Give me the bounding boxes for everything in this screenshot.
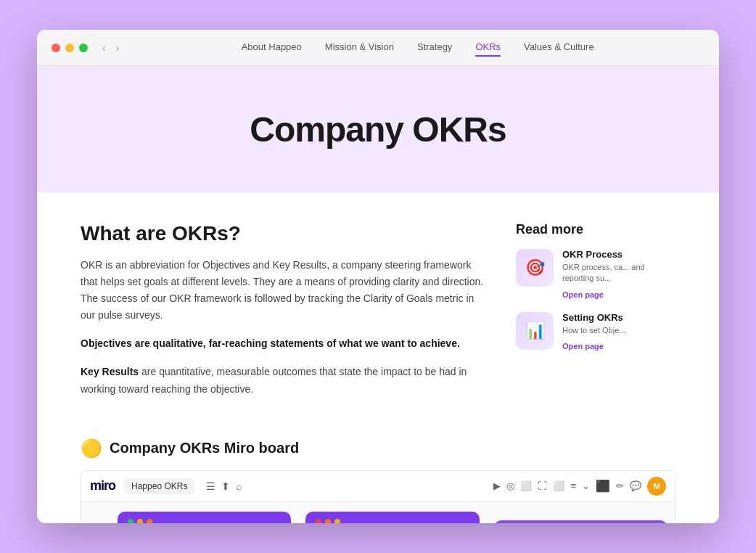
miro-fullscreen-icon[interactable]: ⛶ — [538, 480, 547, 491]
miro-user-avatar: M — [647, 477, 666, 496]
setting-okrs-icon: 📊 — [516, 312, 554, 350]
okr-process-description: OKR process, ca... and reporting su... — [562, 262, 675, 284]
nav-values[interactable]: Values & Culture — [524, 38, 594, 57]
miro-export-icon[interactable]: ⬆ — [221, 480, 230, 492]
miro-comment-icon[interactable]: 💬 — [630, 480, 641, 491]
miro-card-engineering[interactable]: 👤 Engineering Te... — [494, 520, 667, 523]
traffic-light-yellow[interactable] — [65, 44, 74, 52]
setting-okrs-link[interactable]: Open page — [562, 342, 604, 351]
product-dot-3 — [334, 519, 340, 523]
okr-process-title: OKR Process — [562, 249, 675, 260]
objectives-bold: Objectives are qualitative, far-reaching… — [81, 337, 460, 349]
miro-frame-icon[interactable]: ⬜ — [520, 480, 532, 491]
miro-pen-icon[interactable]: ✏ — [616, 480, 624, 491]
nav-about[interactable]: About Happeo — [242, 38, 302, 57]
main-content: What are OKRs? OKR is an abbreviation fo… — [37, 193, 719, 438]
content-right: Read more 🎯 OKR Process OKR process, ca.… — [516, 222, 675, 409]
miro-section-title: Company OKRs Miro board — [110, 440, 299, 456]
page-content: Company OKRs What are OKRs? OKR is an ab… — [37, 66, 719, 523]
forward-button[interactable]: › — [113, 41, 123, 55]
traffic-light-red[interactable] — [52, 44, 60, 52]
read-more-title: Read more — [516, 222, 675, 237]
browser-chrome: ‹ › About Happeo Mission & Vision Strate… — [37, 30, 719, 66]
csm-dot-3 — [147, 519, 152, 523]
miro-menu-icon[interactable]: ☰ — [206, 480, 215, 492]
key-results-statement: Key Results are quantitative, measurable… — [81, 364, 487, 397]
browser-window: ‹ › About Happeo Mission & Vision Strate… — [37, 30, 719, 523]
miro-logo: miro — [90, 478, 115, 493]
objectives-statement: Objectives are qualitative, far-reaching… — [81, 335, 487, 352]
hero-section: Company OKRs — [37, 66, 719, 193]
miro-cards-container: 👤 CSM Team Objectives: Maximize customer… — [81, 512, 675, 523]
csm-dot-2 — [137, 519, 143, 523]
miro-toolbar: miro Happeo OKRs ☰ ⬆ ⌕ ▶ ◎ ⬜ ⛶ ⬜ ≡ ⌄ — [81, 471, 675, 502]
read-more-card-setting-okrs: 📊 Setting OKRs How to set Obje... Open p… — [516, 312, 675, 352]
miro-present-icon[interactable]: ⬜ — [553, 480, 564, 491]
miro-emoji: 🟡 — [81, 438, 102, 459]
nav-okrs[interactable]: OKRs — [475, 38, 501, 57]
miro-more-icon[interactable]: ⌄ — [582, 480, 590, 491]
miro-search-icon[interactable]: ⌕ — [236, 480, 242, 492]
setting-okrs-text: Setting OKRs How to set Obje... Open pag… — [562, 312, 625, 352]
okr-description-1: OKR is an abbreviation for Objectives an… — [81, 257, 487, 324]
okr-process-text: OKR Process OKR process, ca... and repor… — [562, 249, 675, 300]
miro-toolbar-right: ▶ ◎ ⬜ ⛶ ⬜ ≡ ⌄ ⬛ ✏ 💬 M — [493, 477, 666, 496]
setting-okrs-description: How to set Obje... — [562, 325, 625, 336]
traffic-light-green[interactable] — [79, 44, 88, 52]
nav-strategy[interactable]: Strategy — [417, 38, 452, 57]
miro-board-title[interactable]: Happeo OKRs — [124, 478, 194, 494]
miro-card-csm[interactable]: 👤 CSM Team Objectives: Maximize customer… — [118, 512, 291, 523]
csm-dots — [128, 519, 281, 523]
back-button[interactable]: ‹ — [99, 41, 109, 55]
product-dots — [316, 519, 469, 523]
miro-section-header: 🟡 Company OKRs Miro board — [81, 438, 675, 459]
miro-toolbar-icons: ☰ ⬆ ⌕ — [206, 480, 242, 492]
miro-select-icon[interactable]: ⬛ — [596, 479, 610, 493]
nav-mission[interactable]: Mission & Vision — [325, 38, 394, 57]
miro-share-icon[interactable]: ≡ — [570, 480, 576, 491]
what-are-okrs-heading: What are OKRs? — [81, 222, 487, 245]
setting-okrs-title: Setting OKRs — [562, 312, 625, 323]
read-more-card-okr-process: 🎯 OKR Process OKR process, ca... and rep… — [516, 249, 675, 300]
miro-play-icon[interactable]: ▶ — [493, 480, 501, 491]
miro-board-embed: miro Happeo OKRs ☰ ⬆ ⌕ ▶ ◎ ⬜ ⛶ ⬜ ≡ ⌄ — [81, 470, 675, 523]
product-dot-2 — [325, 519, 331, 523]
miro-timer-icon[interactable]: ◎ — [506, 480, 514, 491]
csm-dot-1 — [128, 519, 133, 523]
miro-canvas[interactable]: ↖ ⬜ 👤 — [81, 502, 675, 523]
page-title: Company OKRs — [52, 110, 704, 149]
miro-card-product[interactable]: 👤 Product Team Objectives: Deliver innov… — [305, 512, 479, 523]
miro-section: 🟡 Company OKRs Miro board miro Happeo OK… — [37, 438, 719, 523]
nav-arrows: ‹ › — [99, 41, 122, 55]
key-results-text: are quantitative, measurable outcomes th… — [81, 366, 467, 394]
content-left: What are OKRs? OKR is an abbreviation fo… — [81, 222, 487, 409]
top-navigation: About Happeo Mission & Vision Strategy O… — [131, 38, 704, 57]
key-results-bold: Key Results — [81, 366, 139, 377]
product-dot-1 — [316, 519, 321, 523]
okr-process-link[interactable]: Open page — [562, 290, 604, 299]
okr-process-icon: 🎯 — [516, 249, 554, 287]
traffic-lights — [52, 44, 88, 52]
